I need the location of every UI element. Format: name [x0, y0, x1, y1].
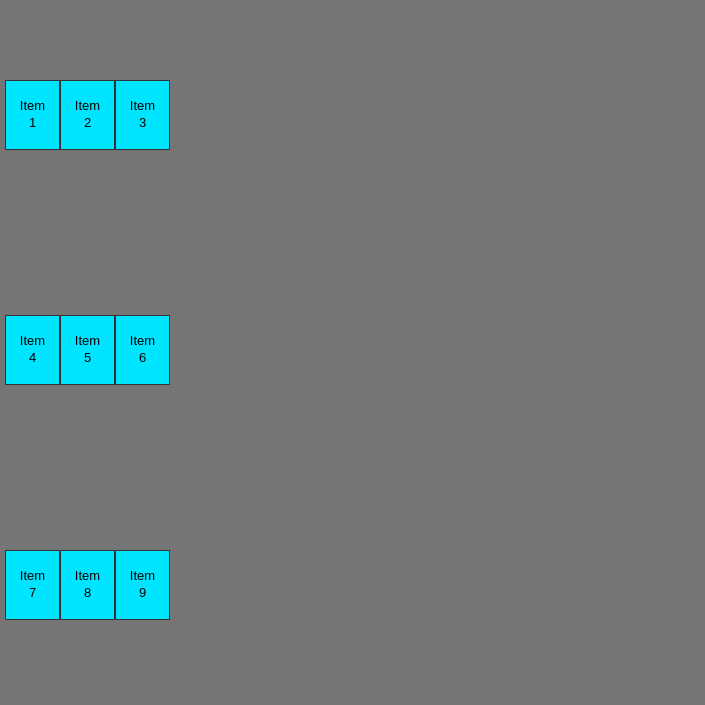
grid-item-7[interactable]: Item7 [5, 550, 60, 620]
item-label: Item5 [75, 333, 100, 367]
item-label: Item1 [20, 98, 45, 132]
item-label: Item6 [130, 333, 155, 367]
grid-item-8[interactable]: Item8 [60, 550, 115, 620]
item-label: Item8 [75, 568, 100, 602]
item-label: Item2 [75, 98, 100, 132]
item-label: Item3 [130, 98, 155, 132]
item-label: Item4 [20, 333, 45, 367]
grid-item-9[interactable]: Item9 [115, 550, 170, 620]
item-label: Item9 [130, 568, 155, 602]
grid-item-2[interactable]: Item2 [60, 80, 115, 150]
item-label: Item7 [20, 568, 45, 602]
grid-item-4[interactable]: Item4 [5, 315, 60, 385]
grid-item-3[interactable]: Item3 [115, 80, 170, 150]
item-group-1: Item1Item2Item3 [5, 80, 170, 150]
item-group-3: Item7Item8Item9 [5, 550, 170, 620]
grid-item-6[interactable]: Item6 [115, 315, 170, 385]
grid-item-1[interactable]: Item1 [5, 80, 60, 150]
grid-item-5[interactable]: Item5 [60, 315, 115, 385]
item-group-2: Item4Item5Item6 [5, 315, 170, 385]
